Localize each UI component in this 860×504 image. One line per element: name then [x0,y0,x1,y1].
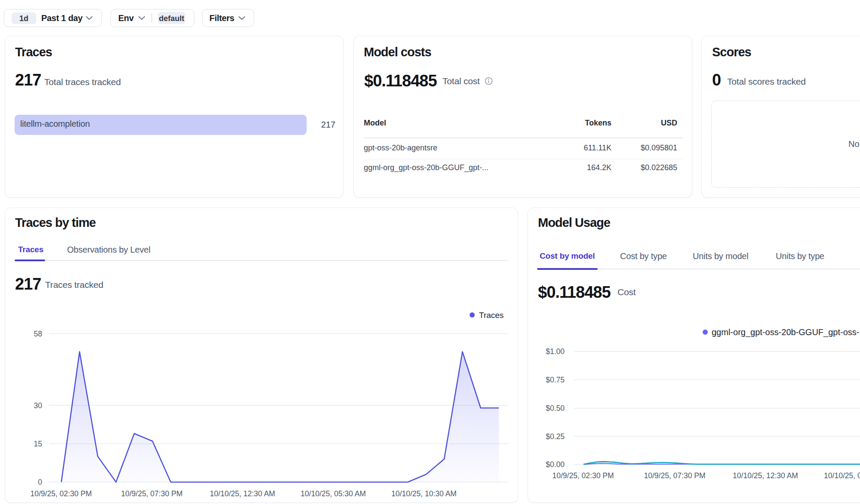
svg-text:10/9/25, 07:30 PM: 10/9/25, 07:30 PM [121,489,182,498]
svg-text:15: 15 [34,440,42,448]
svg-text:10/10/25, 05:30 AM: 10/10/25, 05:30 AM [301,489,366,498]
svg-text:58: 58 [34,330,42,338]
svg-text:$0.50: $0.50 [546,404,565,412]
svg-text:$1.00: $1.00 [546,347,565,356]
svg-text:10/9/25, 02:30 PM: 10/9/25, 02:30 PM [552,471,614,480]
svg-text:30: 30 [34,401,43,410]
svg-text:10/10/25, 10:30 AM: 10/10/25, 10:30 AM [391,489,457,498]
svg-text:$0.25: $0.25 [546,432,565,441]
svg-text:10/9/25, 02:30 PM: 10/9/25, 02:30 PM [30,489,92,498]
svg-text:10/10/25, 05:30 AM: 10/10/25, 05:30 AM [824,471,860,480]
svg-text:$0.75: $0.75 [546,376,565,384]
svg-text:10/10/25, 12:30 AM: 10/10/25, 12:30 AM [733,471,798,480]
svg-text:$0.00: $0.00 [546,460,565,469]
svg-text:0: 0 [38,478,42,486]
svg-text:10/9/25, 07:30 PM: 10/9/25, 07:30 PM [644,471,705,480]
svg-text:10/10/25, 12:30 AM: 10/10/25, 12:30 AM [210,489,275,498]
